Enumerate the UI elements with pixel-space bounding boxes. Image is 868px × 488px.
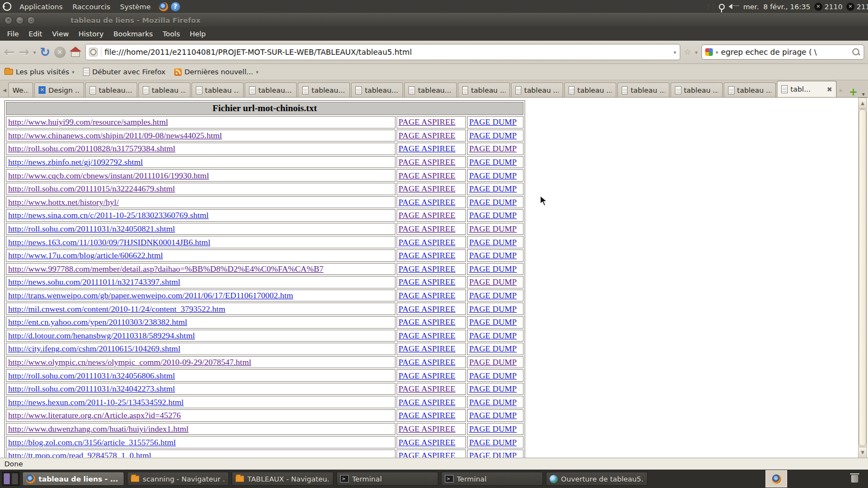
url-link[interactable]: http://www.duwenzhang.com/huati/huiyi/in… (8, 424, 189, 433)
page-aspiree-link[interactable]: PAGE ASPIREE (399, 438, 456, 447)
url-text[interactable]: file:///home/2011/e21104081/PROJET-MOT-S… (105, 48, 671, 56)
tab[interactable]: tableau... (404, 82, 456, 97)
firefox-tray-button[interactable] (765, 470, 787, 487)
list-all-tabs-icon[interactable]: ▾ (862, 91, 865, 97)
page-dump-link[interactable]: PAGE DUMP (469, 224, 517, 233)
workspace-switcher[interactable] (2, 472, 20, 486)
panel-menu-item[interactable]: Système (115, 0, 155, 13)
page-dump-link[interactable]: PAGE DUMP (469, 371, 517, 380)
page-dump-link[interactable]: PAGE DUMP (469, 331, 517, 340)
page-aspiree-link[interactable]: PAGE ASPIREE (399, 451, 456, 458)
page-dump-link[interactable]: PAGE DUMP (469, 264, 517, 273)
tab[interactable]: We... (8, 82, 33, 97)
url-link[interactable]: http://trans.wenweipo.com/gb/paper.wenwe… (8, 291, 293, 300)
url-link[interactable]: http://d.lotour.com/henansbwg/20110318/5… (8, 331, 195, 340)
url-link[interactable]: http://www.hottx.net/history/hyl/ (8, 197, 119, 207)
url-link[interactable]: http://news.163.com/11/1030/09/7HJSIDNK0… (8, 237, 210, 247)
taskbar-window-button[interactable]: tableau de liens - ... (22, 472, 124, 486)
tab[interactable]: tableau ... (138, 82, 190, 97)
scroll-down-icon[interactable]: ▼ (859, 447, 866, 458)
tab[interactable]: ✕ Design ... (34, 82, 84, 97)
tray-badge[interactable]: ✕2110 (814, 3, 843, 11)
history-dropdown-icon[interactable]: ▾ (33, 49, 36, 55)
page-aspiree-link[interactable]: PAGE ASPIREE (399, 424, 456, 433)
page-aspiree-link[interactable]: PAGE ASPIREE (399, 184, 456, 193)
tab[interactable]: tableau... (298, 82, 350, 97)
volume-icon[interactable] (729, 3, 739, 10)
url-link[interactable]: http://www.997788.com/member/detail.asp?… (8, 264, 323, 273)
search-engine-dropdown-icon[interactable]: ▾ (716, 49, 718, 55)
firefox-launcher-icon[interactable] (159, 2, 168, 11)
menubar-item[interactable]: Edit (24, 27, 47, 41)
taskbar-window-button[interactable]: > Terminal (336, 472, 438, 486)
bookmark-item[interactable]: Dernières nouvell...▾ (174, 68, 258, 76)
tab[interactable]: tableau ... (192, 82, 244, 97)
window-close-button[interactable]: ✕ (4, 16, 12, 24)
page-dump-link[interactable]: PAGE DUMP (469, 344, 517, 353)
url-link[interactable]: http://www.literature.org.cn/Article.asp… (8, 410, 181, 420)
url-link[interactable]: http://roll.sohu.com/20111031/n324050821… (8, 224, 175, 233)
new-tab-button[interactable]: + (849, 87, 858, 97)
page-dump-link[interactable]: PAGE DUMP (469, 438, 517, 447)
page-aspiree-link[interactable]: PAGE ASPIREE (399, 277, 456, 286)
page-dump-link[interactable]: PAGE DUMP (469, 397, 517, 407)
page-aspiree-link[interactable]: PAGE ASPIREE (399, 317, 456, 326)
reload-icon[interactable]: ↻ (40, 46, 50, 59)
page-aspiree-link[interactable]: PAGE ASPIREE (399, 251, 456, 260)
tray-badge[interactable]: ✕2110 (846, 3, 868, 11)
bookmark-item[interactable]: Débuter avec Firefox (83, 68, 165, 76)
url-link[interactable]: http://roll.sohu.com/20111031/n324042273… (8, 384, 175, 393)
page-dump-link[interactable]: PAGE DUMP (469, 357, 517, 367)
taskbar-window-button[interactable]: scanning - Navigateur ... (127, 472, 229, 486)
url-bar[interactable]: file:///home/2011/e21104081/PROJET-MOT-S… (85, 44, 680, 60)
stop-icon[interactable]: ✕ (54, 47, 66, 58)
page-dump-link[interactable]: PAGE DUMP (469, 210, 517, 220)
url-link[interactable]: http://www.chinanews.com/shipin/2011/09-… (8, 131, 222, 140)
tab-scroll-left-icon[interactable]: ◂ (1, 83, 8, 97)
window-minimize-button[interactable]: ⌄ (16, 16, 24, 24)
url-link[interactable]: http://news.sina.com.cn/c/2011-10-25/183… (8, 210, 209, 220)
taskbar-window-button[interactable]: Ouverture de tableau5... (546, 472, 648, 486)
bookmark-star-icon[interactable]: ☆ (684, 47, 691, 57)
url-link[interactable]: http://www.huiyi99.com/resource/samples.… (8, 117, 168, 126)
page-dump-link[interactable]: PAGE DUMP (469, 291, 517, 300)
back-button-icon[interactable]: ← (4, 46, 15, 59)
window-maximize-button[interactable]: ▫ (27, 16, 35, 24)
keyring-icon[interactable] (719, 4, 725, 10)
menubar-item[interactable]: File (2, 27, 24, 41)
bookmark-dropdown-icon[interactable]: ▾ (695, 49, 698, 55)
tab[interactable]: tableau ... (564, 82, 616, 97)
url-link[interactable]: http://news.hexun.com/2011-10-25/1345345… (8, 397, 184, 407)
window-titlebar[interactable]: ✕ ⌄ ▫ tableau de liens - Mozilla Firefox (0, 13, 868, 27)
page-aspiree-link[interactable]: PAGE ASPIREE (399, 224, 456, 233)
page-dump-link[interactable]: PAGE DUMP (469, 451, 517, 458)
page-aspiree-link[interactable]: PAGE ASPIREE (399, 237, 456, 247)
page-dump-link[interactable]: PAGE DUMP (469, 197, 517, 207)
url-link[interactable]: http://news.zbinfo.net/gj/1092792.shtml (8, 157, 143, 166)
url-link[interactable]: http://roll.sohu.com/20111031/n324056806… (8, 371, 175, 380)
page-aspiree-link[interactable]: PAGE ASPIREE (399, 410, 456, 420)
page-aspiree-link[interactable]: PAGE ASPIREE (399, 397, 456, 407)
tab[interactable]: tableau ... (617, 82, 669, 97)
url-link[interactable]: http://city.ifeng.com/cshm/20110615/1042… (8, 344, 180, 353)
page-dump-link[interactable]: PAGE DUMP (469, 317, 517, 326)
page-dump-link[interactable]: PAGE DUMP (469, 184, 517, 193)
url-dropdown-icon[interactable]: ▾ (673, 49, 676, 55)
page-aspiree-link[interactable]: PAGE ASPIREE (399, 384, 456, 393)
bookmark-item[interactable]: Les plus visités▾ (4, 68, 74, 76)
page-dump-link[interactable]: PAGE DUMP (469, 157, 517, 166)
url-link[interactable]: http://www.cqcb.com/cbnews/instant/20111… (8, 171, 209, 180)
page-aspiree-link[interactable]: PAGE ASPIREE (399, 264, 456, 273)
scrollbar-thumb[interactable] (859, 109, 866, 446)
url-link[interactable]: http://roll.sohu.com/20110828/n317579384… (8, 144, 175, 153)
page-aspiree-link[interactable]: PAGE ASPIREE (399, 357, 456, 367)
taskbar-window-button[interactable]: TABLEAUX - Navigateu... (232, 472, 334, 486)
menubar-item[interactable]: View (47, 27, 74, 41)
page-aspiree-link[interactable]: PAGE ASPIREE (399, 144, 456, 153)
page-aspiree-link[interactable]: PAGE ASPIREE (399, 210, 456, 220)
menubar-item[interactable]: Bookmarks (108, 27, 158, 41)
tab[interactable]: tableau... (85, 82, 137, 97)
vertical-scrollbar[interactable]: ▲ ▼ (858, 98, 867, 458)
url-link[interactable]: http://tt.mop.com/read_9284578_1_0.html (8, 451, 151, 458)
google-engine-icon[interactable] (705, 48, 713, 56)
